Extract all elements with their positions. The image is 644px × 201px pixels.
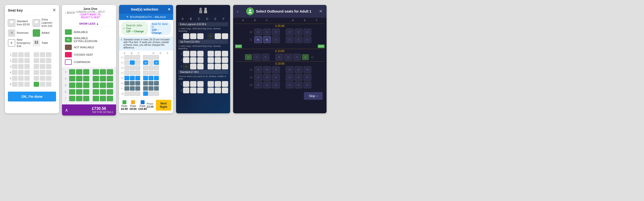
seat[interactable] [130,81,135,85]
seat[interactable] [124,81,129,85]
seat-jd[interactable]: JD [143,60,148,65]
seat[interactable] [135,55,140,60]
seat[interactable] [135,86,140,91]
skip-button[interactable]: Skip › [304,92,322,100]
seat[interactable] [190,51,196,57]
seat[interactable] [148,76,154,80]
seat[interactable] [107,76,113,81]
seat[interactable] [135,60,140,65]
seat[interactable] [154,81,159,85]
seat[interactable] [197,64,204,70]
seat[interactable]: ✕ [272,74,280,81]
seat[interactable] [197,57,204,63]
seat[interactable] [154,55,159,60]
seat[interactable] [190,33,196,39]
seat[interactable] [154,91,159,96]
seat[interactable] [148,55,154,60]
seat[interactable]: ✕ [304,66,311,73]
seat[interactable] [148,86,154,91]
seat[interactable] [135,81,140,85]
back-nav-button[interactable]: ‹ [237,9,238,14]
seat-jd[interactable]: JD [154,60,159,65]
seat[interactable] [100,69,106,75]
seat[interactable]: ✕ [294,82,302,88]
seat[interactable] [215,81,221,87]
panel3-close-icon[interactable]: ✕ [168,8,171,11]
seat[interactable] [190,64,196,70]
seat[interactable] [183,51,189,57]
seat[interactable] [124,91,129,96]
seat[interactable] [183,81,189,87]
seat[interactable]: ✕ [263,82,271,88]
seat[interactable] [83,76,90,81]
seat[interactable] [183,57,189,63]
seat[interactable] [76,76,82,81]
seat[interactable] [130,60,135,65]
seat[interactable] [143,66,148,70]
seat[interactable] [143,91,148,96]
seat[interactable] [130,71,135,75]
seat[interactable] [69,96,76,101]
seat[interactable] [143,86,148,91]
seat[interactable] [215,57,221,63]
seat[interactable] [135,91,140,96]
seat[interactable] [124,71,129,75]
seat[interactable]: ✕ [304,74,311,81]
seat[interactable]: ✕ [276,54,283,61]
seat[interactable]: ✕ [304,36,311,43]
seat[interactable] [148,60,154,65]
seat[interactable] [197,81,204,87]
seat[interactable] [69,69,76,75]
seat[interactable] [143,81,148,85]
seat[interactable] [76,83,82,88]
seat[interactable] [208,57,214,63]
seat[interactable] [215,64,221,70]
seat[interactable] [215,87,221,93]
seat[interactable]: ✕ [272,82,280,88]
seat[interactable] [208,51,214,57]
seat[interactable] [143,55,148,60]
seat[interactable] [148,91,154,96]
next-flight-button[interactable]: Next flight [156,100,171,111]
seat[interactable]: ✕ [294,66,302,73]
seat[interactable] [124,66,129,70]
seat[interactable]: ✕ [286,29,294,36]
seat[interactable] [83,69,90,75]
seat[interactable]: ✕ [263,29,271,36]
seat[interactable] [83,89,90,95]
show-less-button[interactable]: SHOW LESS ▲ [62,21,116,27]
seat[interactable]: ✕ [254,82,262,88]
seat[interactable] [107,89,113,95]
seat[interactable] [197,33,204,39]
seat[interactable] [130,86,135,91]
seat[interactable] [93,96,99,101]
seat[interactable] [190,87,196,93]
seat[interactable] [222,87,228,93]
seat[interactable] [208,87,214,93]
seat[interactable] [222,33,228,39]
seat[interactable] [93,89,99,95]
seat[interactable]: ✕ [272,66,280,73]
no-seat-warning[interactable]: I DON'T WANT TO SELECT A SEAT [75,13,106,19]
seat[interactable] [107,83,113,88]
close-icon[interactable]: ✕ [52,8,56,13]
seat[interactable] [197,87,204,93]
seat[interactable]: ✕ [286,74,294,81]
seat[interactable] [100,96,106,101]
back-button[interactable]: ‹ BACK [65,11,75,15]
seat[interactable] [135,66,140,70]
seat[interactable] [69,83,76,88]
seat[interactable] [93,83,99,88]
seat[interactable]: ✕ [253,54,261,61]
seat[interactable] [208,81,214,87]
seat[interactable] [130,76,135,80]
seat[interactable]: ✕ [286,82,294,88]
seat[interactable] [69,76,76,81]
seat[interactable] [148,66,154,70]
seat[interactable]: ✕ [272,36,280,43]
seat[interactable] [100,83,106,88]
seat[interactable] [222,51,228,57]
seat[interactable]: ✕ [254,74,262,81]
seat[interactable]: ✕ [294,29,302,36]
seat-xl[interactable]: XL [254,36,262,43]
